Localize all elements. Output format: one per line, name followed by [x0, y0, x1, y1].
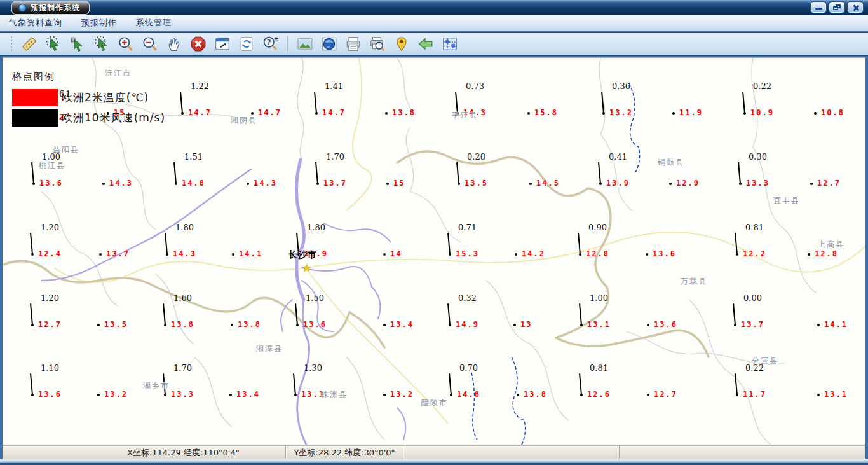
grid-point-dot: [232, 253, 234, 256]
pan-button[interactable]: [164, 34, 184, 53]
temperature-value: 14.3: [254, 179, 277, 188]
temperature-value: 13: [520, 320, 532, 329]
minimize-button[interactable]: [811, 2, 826, 13]
print-preview-button[interactable]: [367, 34, 388, 53]
window-right-frame: [865, 57, 868, 459]
zoom-window-button[interactable]: [212, 34, 233, 53]
wind-speed-value: 1.80: [175, 223, 194, 232]
grid-point-dot: [515, 253, 517, 256]
temperature-value: 13.7: [106, 249, 130, 258]
back-arrow-icon: [417, 36, 434, 52]
grid-point-dot: [97, 324, 100, 326]
map-canvas[interactable]: 1514.71.2214.714.71.4113.814.30.7315.813…: [3, 57, 865, 445]
pan-hand-icon: [166, 36, 182, 52]
temperature-value: 12.2: [743, 249, 766, 258]
export-image-icon: [297, 36, 313, 52]
menu-item-2[interactable]: 预报制作: [81, 17, 117, 29]
status-panel-end: [620, 446, 868, 459]
temperature-value: 14.3: [173, 249, 196, 258]
zoom-out-button[interactable]: [140, 34, 160, 53]
legend-swatch: [12, 109, 58, 127]
temperature-value: 13.2: [104, 390, 128, 399]
grid-point-dot: [817, 324, 820, 326]
print-button[interactable]: [343, 34, 363, 53]
wind-speed-value: 0.81: [745, 223, 764, 232]
status-bar: X坐标:114.29 经度:110°0'4" Y坐标:28.22 纬度:30°0…: [0, 445, 868, 459]
cancel-stop-icon: [190, 36, 207, 52]
measure-button[interactable]: [19, 34, 39, 53]
restore-button[interactable]: [829, 2, 844, 13]
legend-title: 格点图例: [12, 71, 165, 83]
temperature-value: 11.9: [679, 108, 703, 117]
refresh-button[interactable]: [236, 34, 257, 53]
status-panel-x: X坐标:114.29 经度:110°0'4": [0, 446, 286, 459]
temperature-value: 13.5: [465, 179, 488, 188]
y-coordinate-readout: Y坐标:28.22 纬度:30°0'0": [294, 447, 395, 459]
map-grid-button[interactable]: [440, 34, 460, 53]
wind-speed-value: 1.70: [173, 363, 192, 373]
temperature-value: 12.9: [676, 179, 700, 188]
grid-point-dot: [647, 394, 649, 396]
grid-point-dot: [647, 324, 649, 326]
select-features-button[interactable]: [43, 34, 64, 53]
grid-point-dot: [247, 183, 249, 185]
select-freehand-cursor-icon: [93, 36, 110, 52]
temperature-value: 15.3: [456, 249, 479, 258]
globe-icon: [321, 36, 337, 52]
temperature-value: 13.7: [323, 179, 347, 188]
temperature-value: 14.1: [824, 320, 848, 329]
grid-point-dot: [231, 324, 233, 326]
temperature-value: 12.4: [38, 249, 62, 258]
legend-label: 欧洲2米温度(℃): [62, 90, 149, 105]
app-window: 预报制作系统 气象资料查询预报制作系统管理: [0, 0, 868, 465]
menu-item-3[interactable]: 系统管理: [136, 17, 172, 29]
toolbar-separator: [287, 36, 288, 52]
zoom-in-button[interactable]: [116, 34, 136, 53]
temperature-value: 13.9: [606, 179, 630, 188]
legend-row: 欧洲2米温度(℃): [12, 89, 165, 106]
identify-query-icon: ? ±: [262, 36, 279, 52]
temperature-value: 12.8: [815, 249, 838, 258]
grid-point-dot: [383, 324, 386, 326]
globe-button[interactable]: [319, 34, 339, 53]
grid-point-dot: [385, 112, 388, 115]
temperature-value: 14: [390, 249, 402, 258]
temperature-value: 13.3: [746, 179, 770, 188]
title-bar: 预报制作系统: [0, 0, 868, 15]
close-button[interactable]: [848, 2, 863, 13]
wind-speed-value: 0.81: [590, 363, 608, 373]
temperature-value: 13.6: [39, 179, 63, 188]
grid-point-dot: [810, 183, 813, 185]
temperature-value: 12.7: [654, 390, 677, 399]
temperature-value: 12.6: [587, 390, 611, 399]
select-element-button[interactable]: [67, 34, 88, 53]
identify-button[interactable]: ? ±: [261, 34, 281, 53]
grid-point-dot: [229, 394, 232, 396]
export-image-button[interactable]: [295, 34, 315, 53]
temperature-value: 14.7: [258, 108, 281, 117]
wind-speed-value: 0.73: [466, 81, 484, 91]
capital-city-label: 长沙市: [288, 249, 317, 261]
location-pin-button[interactable]: [391, 34, 412, 53]
toolbar-grip[interactable]: [10, 36, 13, 52]
temperature-value: 14.8: [182, 179, 205, 188]
temperature-value: 13.4: [236, 390, 260, 399]
app-title-tab[interactable]: 预报制作系统: [11, 1, 90, 15]
print-preview-icon: [369, 36, 386, 52]
city-label: 铜鼓县: [658, 157, 684, 168]
temperature-value: 10.8: [821, 108, 844, 117]
select-freehand-button[interactable]: [92, 34, 112, 53]
measure-ruler-icon: [21, 36, 37, 52]
back-button[interactable]: [416, 34, 436, 53]
city-label: 桃江县: [39, 160, 65, 171]
temperature-value: 13.8: [171, 320, 194, 329]
menu-item-1[interactable]: 气象资料查询: [9, 17, 62, 29]
wind-speed-value: 0.28: [467, 152, 485, 162]
city-label: 万载县: [681, 276, 707, 287]
cancel-button[interactable]: [188, 34, 208, 53]
toolbar: ? ±: [0, 33, 868, 56]
city-label: 平江县: [452, 110, 478, 121]
temperature-value: 12.7: [817, 179, 841, 188]
grid-point-dot: [383, 253, 386, 256]
temperature-value: 13.8: [238, 320, 261, 329]
